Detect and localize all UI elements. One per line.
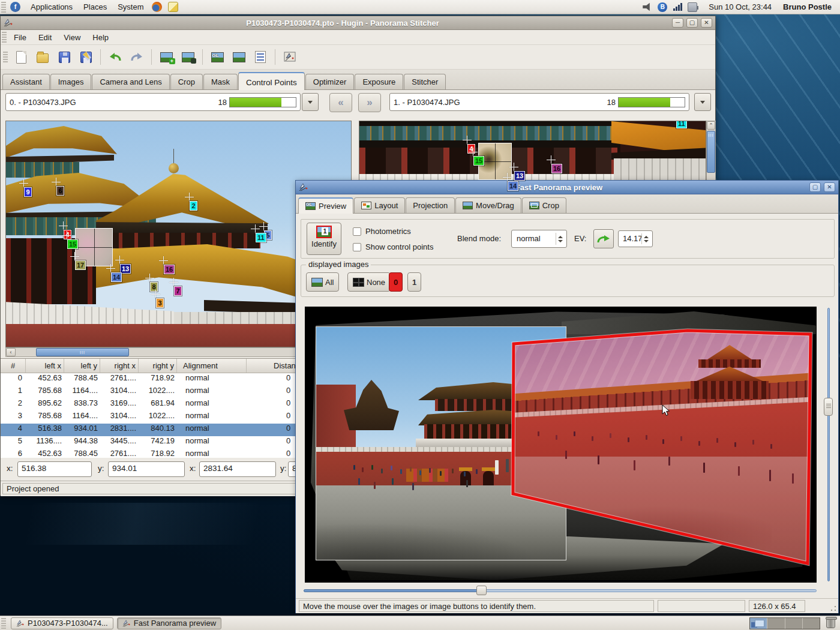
- workspace-2[interactable]: [767, 618, 785, 629]
- identify-button[interactable]: 1 Identify: [307, 223, 341, 255]
- menu-places[interactable]: Places: [78, 0, 112, 14]
- col-right-y[interactable]: right y: [139, 359, 177, 373]
- menu-applications[interactable]: Applications: [25, 0, 78, 14]
- control-point-marker-14[interactable]: 14: [508, 181, 518, 191]
- tab-images[interactable]: Images: [50, 74, 92, 89]
- control-point-marker-14[interactable]: 14: [111, 272, 122, 282]
- menu-system[interactable]: System: [112, 0, 149, 14]
- workspace-4[interactable]: [803, 618, 820, 629]
- col-left-x[interactable]: left x: [26, 359, 64, 373]
- tab-optimizer[interactable]: Optimizer: [305, 74, 355, 89]
- new-project-button[interactable]: [11, 47, 31, 67]
- control-point-marker-11[interactable]: 11: [256, 233, 266, 242]
- control-point-marker-15[interactable]: 15: [473, 156, 484, 166]
- workspace-3[interactable]: [785, 618, 803, 629]
- prev-pair-button[interactable]: «: [329, 93, 352, 112]
- volume-icon[interactable]: [643, 2, 652, 12]
- show-none-button[interactable]: None: [347, 272, 391, 292]
- preview-button[interactable]: [229, 47, 248, 67]
- show-all-button[interactable]: All: [306, 272, 339, 292]
- col-alignment[interactable]: Alignment: [177, 359, 247, 373]
- col-right-x[interactable]: right x: [100, 359, 139, 373]
- show-cp-row[interactable]: Show control points: [353, 242, 433, 251]
- gl-preview-button[interactable]: GL: [208, 47, 227, 67]
- maximize-button[interactable]: ▢: [809, 182, 821, 192]
- trash-icon[interactable]: [826, 618, 835, 628]
- control-point-marker-13[interactable]: 13: [514, 171, 525, 181]
- add-image-series-button[interactable]: [178, 47, 197, 67]
- control-point-marker-17[interactable]: 17: [75, 260, 86, 270]
- clock[interactable]: Sun 10 Oct, 23:44: [703, 2, 778, 11]
- vscroll-thumb[interactable]: [707, 131, 715, 173]
- redo-button[interactable]: [127, 47, 146, 67]
- control-point-marker-15[interactable]: 15: [67, 239, 78, 249]
- panorama-preview-canvas[interactable]: [305, 307, 817, 583]
- scroll-left-arrow[interactable]: ‹: [6, 348, 16, 356]
- image-0-toggle[interactable]: 0: [389, 272, 403, 292]
- col-index[interactable]: #: [1, 359, 26, 373]
- close-button[interactable]: ✕: [824, 182, 835, 192]
- hscroll-thumb[interactable]: [36, 348, 129, 356]
- preview-tab-move-drag[interactable]: Move/Drag: [455, 197, 521, 213]
- network-signal-icon[interactable]: [673, 2, 682, 12]
- text-editor-icon[interactable]: [168, 2, 178, 12]
- control-point-marker-8[interactable]: 8: [150, 282, 158, 292]
- blend-mode-combo[interactable]: normal: [511, 230, 567, 248]
- ev-reset-button[interactable]: [593, 229, 614, 248]
- vslider-handle[interactable]: [824, 398, 833, 416]
- add-images-button[interactable]: +: [157, 47, 176, 67]
- menu-edit[interactable]: Edit: [32, 30, 58, 45]
- menu-file[interactable]: File: [8, 30, 32, 45]
- control-point-marker-2[interactable]: 2: [190, 201, 197, 211]
- show-control-points-checkbox[interactable]: [353, 243, 361, 251]
- save-project-button[interactable]: [55, 47, 74, 67]
- right-image-combo[interactable]: 1. - P1030474.JPG 18: [389, 93, 689, 111]
- preview-tab-preview[interactable]: Preview: [298, 197, 353, 214]
- photometrics-checkbox[interactable]: [353, 227, 361, 236]
- horizontal-fov-slider[interactable]: [304, 586, 817, 595]
- maximize-button[interactable]: ▢: [686, 18, 698, 28]
- tab-control-points[interactable]: Control Points: [238, 72, 305, 90]
- tab-mask[interactable]: Mask: [203, 74, 238, 89]
- workspace-1[interactable]: [750, 618, 767, 629]
- control-point-marker-16[interactable]: 16: [551, 164, 562, 173]
- preview-tab-projection[interactable]: Projection: [406, 197, 455, 213]
- hslider-handle[interactable]: [476, 586, 487, 595]
- control-point-list-button[interactable]: [251, 47, 270, 67]
- tab-crop[interactable]: Crop: [170, 74, 203, 89]
- tab-exposure[interactable]: Exposure: [355, 74, 403, 89]
- left-y-input[interactable]: 934.01: [108, 461, 185, 477]
- close-button[interactable]: ✕: [701, 18, 712, 28]
- right-x-input[interactable]: 2831.64: [199, 461, 276, 477]
- left-x-input[interactable]: 516.38: [17, 461, 92, 477]
- menu-view[interactable]: View: [58, 30, 86, 45]
- firefox-icon[interactable]: [152, 2, 162, 12]
- vertical-fov-slider[interactable]: [823, 307, 834, 583]
- image-1-toggle[interactable]: 1: [407, 272, 421, 292]
- left-image-combo[interactable]: 0. - P1030473.JPG 18: [5, 93, 301, 111]
- control-point-marker-9[interactable]: 9: [24, 187, 32, 197]
- control-point-marker-7[interactable]: 7: [174, 286, 182, 296]
- control-point-marker-16[interactable]: 16: [164, 265, 175, 274]
- task-button-fast-panorama-preview[interactable]: Fast Panorama preview: [117, 617, 221, 629]
- user-menu[interactable]: Bruno Postle: [783, 2, 838, 11]
- workspace-switcher[interactable]: [749, 617, 820, 629]
- menu-help[interactable]: Help: [86, 30, 115, 45]
- bluetooth-icon[interactable]: B: [658, 2, 667, 12]
- open-project-button[interactable]: [33, 47, 52, 67]
- undo-button[interactable]: [106, 47, 125, 67]
- next-pair-button[interactable]: »: [358, 93, 381, 112]
- preview-titlebar[interactable]: Fast Panorama preview ▢ ✕: [296, 181, 838, 194]
- left-image-dropdown[interactable]: [302, 93, 319, 111]
- scroll-up-arrow[interactable]: ⌃: [707, 121, 715, 130]
- photometrics-row[interactable]: Photometrics: [353, 227, 411, 236]
- minimize-button[interactable]: ─: [672, 18, 683, 28]
- battery-icon[interactable]: [688, 2, 697, 12]
- control-point-marker-4[interactable]: 4: [64, 230, 71, 239]
- right-image-dropdown[interactable]: [694, 93, 711, 111]
- col-left-y[interactable]: left y: [64, 359, 100, 373]
- task-button-p1030473-p1030474-[interactable]: P1030473-P1030474...: [11, 617, 113, 629]
- control-point-marker-11[interactable]: 11: [676, 121, 687, 128]
- hugin-titlebar[interactable]: P1030473-P1030474.pto - Hugin - Panorama…: [1, 16, 715, 30]
- resize-grip[interactable]: [830, 605, 837, 612]
